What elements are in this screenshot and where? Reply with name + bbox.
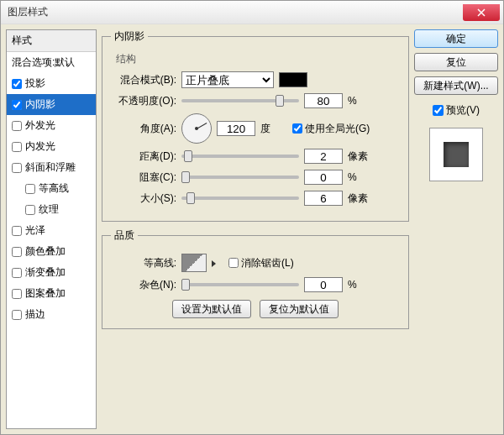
titlebar: 图层样式 — [1, 1, 503, 24]
new-style-button[interactable]: 新建样式(W)... — [414, 76, 498, 95]
style-checkbox[interactable] — [12, 100, 22, 110]
style-item[interactable]: 内阴影 — [7, 94, 96, 115]
cancel-button[interactable]: 复位 — [414, 53, 498, 71]
preview-thumbnail — [429, 128, 483, 181]
opacity-label: 不透明度(O): — [111, 94, 176, 108]
right-panel: 确定 复位 新建样式(W)... 预览(V) — [414, 29, 498, 429]
style-item-label: 渐变叠加 — [25, 265, 66, 280]
noise-label: 杂色(N): — [111, 278, 176, 292]
defaults-buttons: 设置为默认值 复位为默认值 — [111, 300, 400, 318]
style-item-label: 投影 — [25, 76, 45, 91]
style-item[interactable]: 渐变叠加 — [7, 262, 96, 283]
style-item[interactable]: 斜面和浮雕 — [7, 157, 96, 178]
global-light-checkbox[interactable]: 使用全局光(G) — [292, 122, 370, 136]
distance-label: 距离(D): — [111, 149, 176, 164]
distance-unit: 像素 — [348, 149, 375, 164]
style-item-label: 颜色叠加 — [25, 244, 66, 259]
choke-input[interactable] — [304, 170, 343, 185]
blend-mode-label: 混合模式(B): — [111, 73, 176, 87]
styles-list: 混合选项:默认投影内阴影外发光内发光斜面和浮雕等高线纹理光泽颜色叠加渐变叠加图案… — [7, 52, 96, 428]
style-item-label: 图案叠加 — [25, 286, 66, 301]
section-title: 内阴影 — [111, 29, 148, 44]
reset-default-button[interactable]: 复位为默认值 — [260, 300, 339, 318]
style-item[interactable]: 描边 — [7, 304, 96, 325]
style-item[interactable]: 光泽 — [7, 220, 96, 241]
blend-mode-select[interactable]: 正片叠底 — [181, 71, 274, 88]
style-checkbox[interactable] — [12, 226, 22, 236]
choke-row: 阻塞(C): % — [111, 169, 400, 186]
close-button[interactable] — [463, 4, 500, 21]
structure-label: 结构 — [116, 52, 400, 66]
ok-button[interactable]: 确定 — [414, 29, 498, 48]
settings-panel: 内阴影 结构 混合模式(B): 正片叠底 不透明度(O): % 角度(A) — [102, 29, 409, 429]
opacity-slider[interactable] — [181, 99, 299, 102]
style-item-label: 内发光 — [25, 139, 55, 154]
angle-label: 角度(A): — [111, 122, 176, 136]
choke-label: 阻塞(C): — [111, 170, 176, 185]
style-item[interactable]: 图案叠加 — [7, 283, 96, 304]
opacity-row: 不透明度(O): % — [111, 92, 400, 109]
style-checkbox[interactable] — [12, 163, 22, 173]
size-input[interactable] — [304, 191, 343, 206]
blend-mode-row: 混合模式(B): 正片叠底 — [111, 71, 400, 88]
style-checkbox[interactable] — [12, 247, 22, 257]
distance-input[interactable] — [304, 149, 343, 164]
size-row: 大小(S): 像素 — [111, 190, 400, 207]
noise-row: 杂色(N): % — [111, 276, 400, 293]
opacity-input[interactable] — [304, 93, 343, 108]
preview-swatch — [444, 142, 469, 167]
contour-picker[interactable] — [181, 254, 207, 272]
style-item-label: 描边 — [25, 307, 45, 322]
quality-fieldset: 品质 等高线: 消除锯齿(L) 杂色(N): % 设置为默认值 — [102, 228, 409, 329]
angle-unit: 度 — [260, 122, 287, 136]
style-checkbox[interactable] — [12, 289, 22, 299]
size-unit: 像素 — [348, 191, 375, 206]
style-checkbox[interactable] — [25, 205, 35, 215]
styles-panel: 样式 混合选项:默认投影内阴影外发光内发光斜面和浮雕等高线纹理光泽颜色叠加渐变叠… — [6, 29, 97, 429]
style-item[interactable]: 混合选项:默认 — [7, 52, 96, 73]
style-item[interactable]: 投影 — [7, 73, 96, 94]
distance-row: 距离(D): 像素 — [111, 148, 400, 165]
choke-unit: % — [348, 171, 375, 183]
color-swatch[interactable] — [279, 72, 307, 87]
style-checkbox[interactable] — [12, 142, 22, 152]
noise-input[interactable] — [304, 277, 343, 292]
quality-label: 品质 — [111, 228, 138, 243]
window-title: 图层样式 — [8, 5, 48, 19]
angle-dial[interactable] — [181, 113, 212, 144]
distance-slider[interactable] — [181, 155, 299, 158]
style-item-label: 外发光 — [25, 118, 55, 133]
style-checkbox[interactable] — [12, 79, 22, 89]
style-checkbox[interactable] — [12, 310, 22, 320]
noise-slider[interactable] — [181, 283, 299, 286]
style-checkbox[interactable] — [12, 121, 22, 131]
style-item-label: 等高线 — [39, 181, 69, 196]
inner-shadow-fieldset: 内阴影 结构 混合模式(B): 正片叠底 不透明度(O): % 角度(A) — [102, 29, 409, 222]
style-item-label: 纹理 — [39, 202, 59, 217]
antialias-checkbox[interactable]: 消除锯齿(L) — [228, 256, 294, 270]
noise-unit: % — [348, 279, 375, 291]
style-item[interactable]: 纹理 — [7, 199, 96, 220]
styles-header: 样式 — [7, 30, 96, 52]
angle-row: 角度(A): 度 使用全局光(G) — [111, 113, 400, 144]
make-default-button[interactable]: 设置为默认值 — [172, 300, 251, 318]
choke-slider[interactable] — [181, 176, 299, 179]
style-item[interactable]: 颜色叠加 — [7, 241, 96, 262]
style-item-label: 内阴影 — [25, 97, 55, 112]
opacity-unit: % — [348, 95, 375, 107]
style-item-label: 斜面和浮雕 — [25, 160, 76, 175]
style-item[interactable]: 外发光 — [7, 115, 96, 136]
style-checkbox[interactable] — [12, 268, 22, 278]
style-item-label: 混合选项:默认 — [12, 55, 75, 70]
style-item-label: 光泽 — [25, 223, 45, 238]
size-label: 大小(S): — [111, 191, 176, 206]
style-item[interactable]: 内发光 — [7, 136, 96, 157]
size-slider[interactable] — [181, 197, 299, 200]
contour-label: 等高线: — [111, 256, 176, 270]
angle-input[interactable] — [217, 121, 255, 136]
content-area: 样式 混合选项:默认投影内阴影外发光内发光斜面和浮雕等高线纹理光泽颜色叠加渐变叠… — [1, 24, 503, 434]
style-checkbox[interactable] — [25, 184, 35, 194]
layer-style-dialog: 图层样式 样式 混合选项:默认投影内阴影外发光内发光斜面和浮雕等高线纹理光泽颜色… — [0, 0, 504, 435]
preview-checkbox[interactable]: 预览(V) — [414, 103, 498, 118]
style-item[interactable]: 等高线 — [7, 178, 96, 199]
